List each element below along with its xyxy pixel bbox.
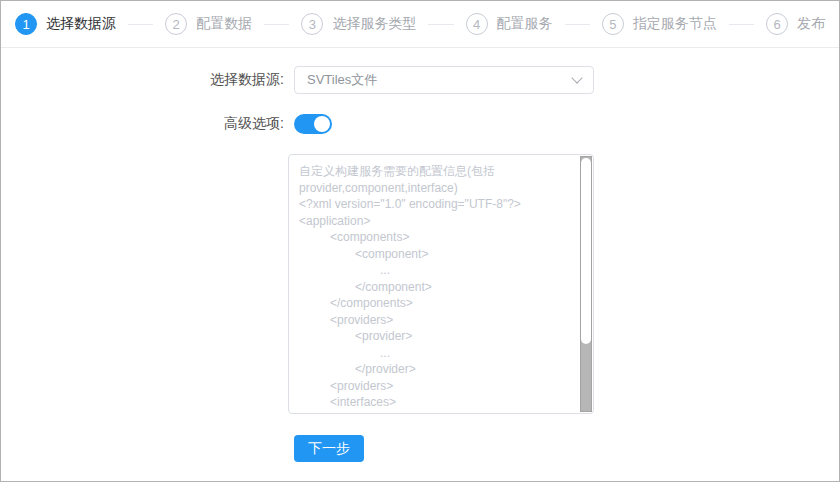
step-connector: [565, 24, 590, 25]
toggle-knob: [314, 116, 330, 132]
advanced-options-label: 高级选项:: [1, 115, 284, 133]
steps-bar: 1 选择数据源 2 配置数据 3 选择服务类型 4 配置服务 5 指定服务节点 …: [1, 1, 839, 48]
advanced-options-toggle[interactable]: [294, 114, 332, 134]
config-line: <application>: [299, 213, 573, 230]
step-2-number-icon: 2: [165, 13, 187, 35]
config-line: ...: [299, 345, 573, 362]
config-line: </components>: [299, 295, 573, 312]
step-5-number-icon: 5: [602, 13, 624, 35]
form-area: 选择数据源: SVTiles文件 高级选项: 自定义构建服务需要的配置信息(包括…: [1, 48, 839, 462]
step-1-label: 选择数据源: [46, 15, 116, 33]
config-line: <interfaces>: [299, 394, 573, 411]
config-textarea[interactable]: 自定义构建服务需要的配置信息(包括 provider,component,int…: [288, 154, 594, 414]
chevron-down-icon: [571, 72, 582, 83]
datasource-selected-value: SVTiles文件: [307, 71, 377, 89]
config-line: <providers>: [299, 378, 573, 395]
step-3-select-service-type: 3 选择服务类型: [301, 13, 416, 35]
step-3-label: 选择服务类型: [332, 15, 416, 33]
config-line: </provider>: [299, 361, 573, 378]
step-connector: [128, 24, 153, 25]
config-line: <provider>: [299, 328, 573, 345]
step-3-number-icon: 3: [301, 13, 323, 35]
step-6-label: 发布: [797, 15, 825, 33]
wizard-page: 1 选择数据源 2 配置数据 3 选择服务类型 4 配置服务 5 指定服务节点 …: [0, 0, 840, 482]
step-2-label: 配置数据: [196, 15, 252, 33]
config-line: provider,component,interface): [299, 180, 573, 197]
step-1-select-datasource: 1 选择数据源: [15, 13, 116, 35]
config-line: </component>: [299, 279, 573, 296]
advanced-options-row: 高级选项:: [1, 114, 839, 134]
datasource-row: 选择数据源: SVTiles文件: [1, 66, 839, 94]
config-line: ...: [299, 262, 573, 279]
step-connector: [428, 24, 453, 25]
config-line: <component>: [299, 246, 573, 263]
step-5-label: 指定服务节点: [633, 15, 717, 33]
scrollbar-thumb[interactable]: [581, 158, 591, 344]
step-6-publish: 6 发布: [766, 13, 825, 35]
step-2-configure-data: 2 配置数据: [165, 13, 252, 35]
step-5-specify-service-node: 5 指定服务节点: [602, 13, 717, 35]
datasource-select[interactable]: SVTiles文件: [294, 66, 594, 94]
step-connector: [264, 24, 289, 25]
config-line: 自定义构建服务需要的配置信息(包括: [299, 163, 573, 180]
datasource-label: 选择数据源:: [1, 71, 284, 89]
step-1-number-icon: 1: [15, 13, 37, 35]
step-4-configure-service: 4 配置服务: [466, 13, 553, 35]
step-connector: [729, 24, 754, 25]
config-line: <?xml version="1.0" encoding="UTF-8"?>: [299, 196, 573, 213]
step-6-number-icon: 6: [766, 13, 788, 35]
config-line: <components>: [299, 229, 573, 246]
config-line: <providers>: [299, 312, 573, 329]
scrollbar-track[interactable]: [580, 156, 592, 412]
step-4-label: 配置服务: [497, 15, 553, 33]
step-4-number-icon: 4: [466, 13, 488, 35]
next-button[interactable]: 下一步: [294, 435, 364, 462]
